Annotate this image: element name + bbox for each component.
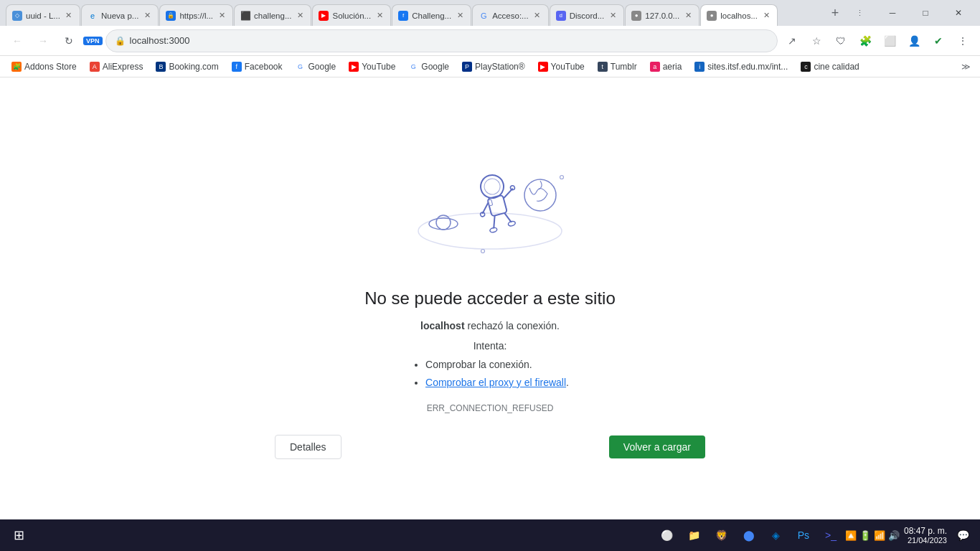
bookmark-youtube[interactable]: ▶YouTube bbox=[343, 60, 401, 74]
browser-tab-gacceso[interactable]: GAcceso:...✕ bbox=[472, 4, 549, 26]
tray-up-icon[interactable]: 🔼 bbox=[845, 530, 857, 541]
bookmark-label: Facebook bbox=[245, 62, 283, 72]
split-view-icon[interactable]: ⬜ bbox=[878, 29, 901, 52]
tab-label-gacceso: Acceso:... bbox=[492, 11, 529, 20]
details-button[interactable]: Detalles bbox=[275, 435, 341, 459]
bookmark-youtube[interactable]: ▶YouTube bbox=[532, 60, 590, 74]
maximize-button[interactable]: □ bbox=[910, 2, 941, 24]
error-suggestions: Comprobar la conexión. Comprobar el prox… bbox=[425, 356, 569, 392]
menu-button[interactable]: ⋮ bbox=[951, 29, 974, 52]
bookmark-favicon: ▶ bbox=[538, 62, 548, 72]
bookmark-favicon: A bbox=[90, 62, 100, 72]
powershell-taskbar-icon[interactable]: >_ bbox=[818, 522, 844, 548]
taskbar-right: 🔼 🔋 📶 🔊 08:47 p. m. 21/04/2023 💬 bbox=[845, 524, 974, 547]
tab-strip: ◇uuid - L...✕eNueva p...✕🔒https://l...✕⬛… bbox=[6, 0, 825, 26]
error-try: Intenta: bbox=[473, 340, 507, 352]
bookmark-star-icon[interactable]: ☆ bbox=[805, 29, 828, 52]
vscode-taskbar-icon[interactable]: ◈ bbox=[763, 522, 789, 548]
vpn-badge[interactable]: VPN bbox=[83, 37, 103, 45]
tab-label-github: challeng... bbox=[254, 11, 291, 20]
bookmark-google[interactable]: GGoogle bbox=[289, 60, 341, 74]
brave-browser-taskbar-icon[interactable]: 🦁 bbox=[709, 522, 735, 548]
bookmark-aeria[interactable]: aaeria bbox=[644, 60, 688, 74]
browser-tab-github[interactable]: ⬛challeng...✕ bbox=[234, 4, 311, 26]
edge-browser-taskbar-icon[interactable]: ⚪ bbox=[654, 522, 680, 548]
browser-tab-nueva[interactable]: eNueva p...✕ bbox=[81, 4, 159, 26]
tab-label-nueva: Nueva p... bbox=[101, 11, 138, 20]
bookmarks-more-button[interactable]: ≫ bbox=[957, 58, 974, 75]
security-green-icon[interactable]: ✔ bbox=[927, 29, 950, 52]
bookmark-sites-itsf-edu-mx-int---[interactable]: isites.itsf.edu.mx/int... bbox=[689, 60, 793, 74]
bookmark-cine-calidad[interactable]: ccine calidad bbox=[795, 60, 864, 74]
browser-tab-solution[interactable]: ▶Solución...✕ bbox=[312, 4, 391, 26]
start-button[interactable]: ⊞ bbox=[6, 522, 32, 548]
forward-button[interactable]: → bbox=[32, 29, 55, 52]
bookmark-addons-store[interactable]: 🧩Addons Store bbox=[6, 60, 83, 74]
new-tab-button[interactable]: + bbox=[825, 3, 845, 23]
tab-label-discord: Discord... bbox=[570, 11, 605, 20]
extensions-icon[interactable]: 🧩 bbox=[854, 29, 877, 52]
shield-icon[interactable]: 🛡 bbox=[829, 29, 852, 52]
tab-close-nueva[interactable]: ✕ bbox=[142, 11, 152, 21]
back-button[interactable]: ← bbox=[6, 29, 29, 52]
more-tabs-button[interactable]: ⋮ bbox=[848, 1, 871, 24]
clock-date: 21/04/2023 bbox=[908, 536, 947, 545]
volume-icon[interactable]: 🔊 bbox=[888, 530, 900, 541]
browser-tab-local2[interactable]: ●127.0.0...✕ bbox=[625, 4, 699, 26]
browser-tab-challenge[interactable]: fChalleng...✕ bbox=[392, 4, 471, 26]
profile-icon[interactable]: 👤 bbox=[903, 29, 925, 52]
minimize-button[interactable]: ─ bbox=[877, 2, 908, 24]
bookmark-tumblr[interactable]: tTumblr bbox=[592, 60, 643, 74]
bookmark-google[interactable]: GGoogle bbox=[402, 60, 455, 74]
tab-favicon-nueva: e bbox=[88, 11, 98, 21]
clock-time: 08:47 p. m. bbox=[904, 526, 947, 536]
bookmark-favicon: 🧩 bbox=[11, 62, 22, 72]
bookmark-booking-com[interactable]: BBooking.com bbox=[150, 60, 224, 74]
bookmark-facebook[interactable]: fFacebook bbox=[226, 60, 288, 74]
error-host: localhost bbox=[420, 320, 464, 331]
bookmark-playstation-[interactable]: PPlayStation® bbox=[456, 60, 531, 74]
close-button[interactable]: ✕ bbox=[943, 2, 974, 24]
browser-window: ◇uuid - L...✕eNueva p...✕🔒https://l...✕⬛… bbox=[0, 0, 980, 551]
browser-tab-uuid[interactable]: ◇uuid - L...✕ bbox=[6, 4, 80, 26]
wifi-icon[interactable]: 📶 bbox=[874, 530, 885, 541]
tab-close-github[interactable]: ✕ bbox=[295, 11, 305, 21]
bookmark-favicon: t bbox=[598, 62, 608, 72]
tab-close-https[interactable]: ✕ bbox=[217, 11, 227, 21]
tab-close-local2[interactable]: ✕ bbox=[683, 11, 693, 21]
tab-close-localhost[interactable]: ✕ bbox=[761, 11, 771, 21]
battery-icon[interactable]: 🔋 bbox=[859, 530, 871, 541]
tab-close-discord[interactable]: ✕ bbox=[608, 11, 618, 21]
file-explorer-taskbar-icon[interactable]: 📁 bbox=[682, 522, 707, 548]
browser-tab-https[interactable]: 🔒https://l...✕ bbox=[159, 4, 233, 26]
browser-tab-discord[interactable]: dDiscord...✕ bbox=[550, 4, 625, 26]
window-controls: ─ □ ✕ bbox=[877, 2, 974, 24]
svg-line-11 bbox=[491, 215, 498, 228]
page-content: No se puede acceder a este sitio localho… bbox=[0, 77, 980, 519]
bookmarks-bar: 🧩Addons StoreAAliExpressBBooking.comfFac… bbox=[0, 56, 980, 77]
share-icon[interactable]: ↗ bbox=[781, 29, 804, 52]
tab-favicon-github: ⬛ bbox=[240, 11, 250, 21]
tab-favicon-local2: ● bbox=[631, 11, 641, 21]
chrome-browser-taskbar-icon[interactable]: ⬤ bbox=[736, 522, 762, 548]
tab-close-gacceso[interactable]: ✕ bbox=[532, 11, 542, 21]
tab-favicon-localhost: ● bbox=[707, 11, 717, 21]
error-buttons: Detalles Volver a cargar bbox=[275, 435, 705, 459]
photoshop-taskbar-icon[interactable]: Ps bbox=[791, 522, 816, 548]
taskbar-clock[interactable]: 08:47 p. m. 21/04/2023 bbox=[904, 526, 947, 545]
reload-button[interactable]: ↻ bbox=[57, 29, 80, 52]
address-bar[interactable]: 🔒 localhost:3000 bbox=[105, 29, 778, 52]
proxy-firewall-link[interactable]: Comprobar el proxy y el firewall bbox=[425, 377, 566, 388]
tab-favicon-challenge: f bbox=[398, 11, 408, 21]
lock-icon: 🔒 bbox=[115, 36, 126, 46]
browser-tab-localhost[interactable]: ●localhos...✕ bbox=[700, 4, 778, 26]
tab-close-challenge[interactable]: ✕ bbox=[455, 11, 465, 21]
tab-close-solution[interactable]: ✕ bbox=[374, 11, 385, 21]
tab-label-local2: 127.0.0... bbox=[645, 11, 679, 20]
bookmark-aliexpress[interactable]: AAliExpress bbox=[84, 60, 149, 74]
notification-button[interactable]: 💬 bbox=[951, 524, 974, 547]
reload-page-button[interactable]: Volver a cargar bbox=[609, 435, 705, 458]
tab-close-uuid[interactable]: ✕ bbox=[64, 11, 74, 21]
error-subtitle: localhost rechazó la conexión. bbox=[420, 320, 560, 331]
bookmark-favicon: f bbox=[232, 62, 242, 72]
